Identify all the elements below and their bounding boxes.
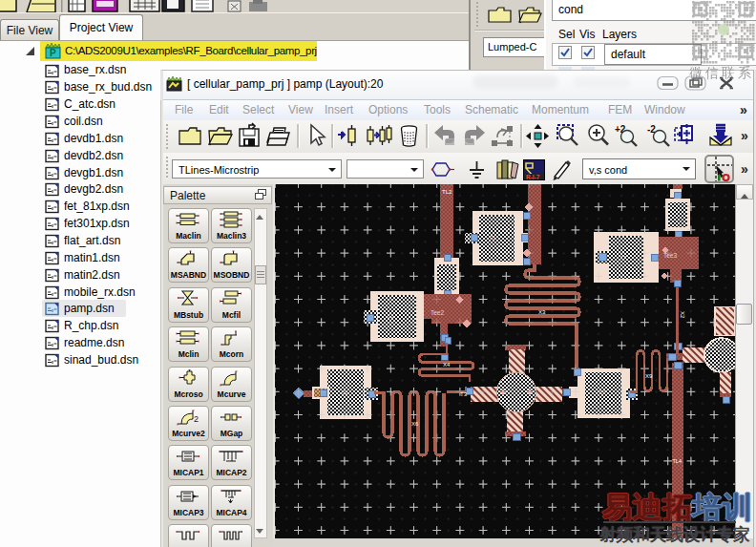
svg-text:P: P [50,48,56,58]
svg-text:2: 2 [194,414,199,424]
svg-text:R-I-7: R-I-7 [526,174,540,180]
